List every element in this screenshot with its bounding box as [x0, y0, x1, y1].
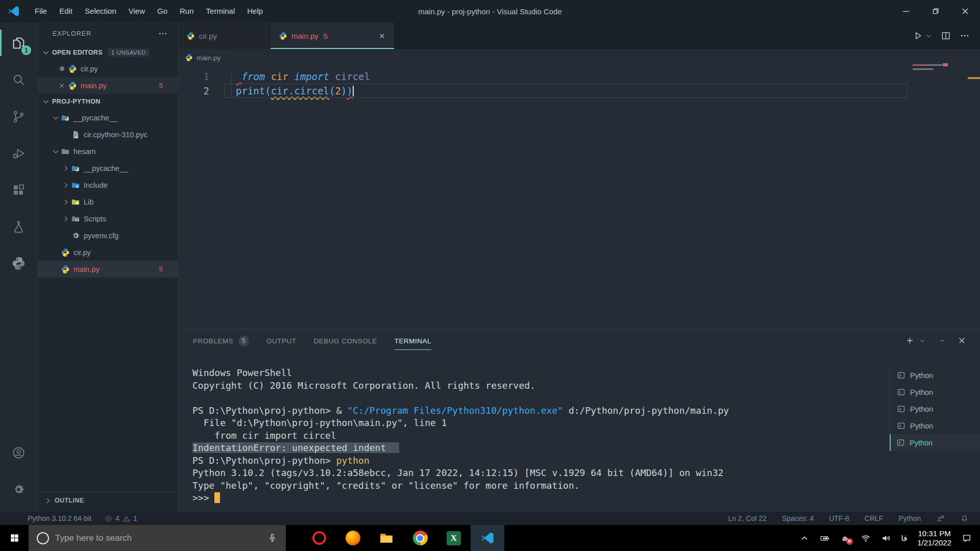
taskbar-app-excel[interactable]: X	[437, 525, 471, 551]
status-item-python[interactable]: Python	[898, 514, 921, 522]
tree-item-pyvenv-cfg[interactable]: pyvenv.cfg	[37, 227, 178, 244]
vscode-icon	[480, 531, 495, 545]
chevron-down-icon	[41, 48, 51, 57]
code-editor[interactable]: 1 from cir import circel2print(cir.circe…	[178, 69, 980, 98]
menu-run[interactable]: Run	[174, 0, 200, 22]
volume-icon[interactable]	[881, 533, 891, 543]
panel-tab-terminal[interactable]: TERMINAL	[395, 330, 431, 352]
status-item-spaces-4[interactable]: Spaces: 4	[782, 514, 814, 522]
panel-tab-output[interactable]: OUTPUT	[266, 330, 297, 352]
taskbar-app-chrome[interactable]	[403, 525, 437, 551]
activity-extensions[interactable]	[0, 173, 37, 206]
split-editor-icon[interactable]	[941, 31, 951, 41]
breadcrumb[interactable]: main.py	[178, 49, 980, 66]
terminal-instance[interactable]: Python	[890, 384, 980, 400]
maximize-panel-icon[interactable]	[939, 338, 945, 344]
start-button[interactable]	[0, 525, 29, 551]
activity-run-debug[interactable]	[0, 137, 37, 169]
tree-item-cir-py[interactable]: cir.py	[37, 244, 178, 261]
tab-main-py[interactable]: main.py 5	[271, 22, 394, 49]
close-panel-icon[interactable]	[957, 336, 967, 345]
explorer-sidebar: EXPLORER OPEN EDITORS 1 UNSAVED cir.py m…	[37, 22, 179, 512]
run-icon[interactable]	[913, 31, 923, 41]
activity-explorer[interactable]: 1	[0, 27, 37, 59]
python-file-icon	[186, 32, 195, 40]
menu-selection[interactable]: Selection	[79, 0, 122, 22]
minimize-button[interactable]	[891, 0, 921, 22]
activity-source-control[interactable]	[0, 100, 37, 133]
wifi-icon[interactable]	[861, 533, 871, 543]
terminal-instance[interactable]: Python	[890, 434, 980, 451]
menu-file[interactable]: File	[29, 0, 53, 22]
close-button[interactable]	[950, 0, 980, 22]
terminal-instance[interactable]: Python	[890, 367, 980, 384]
restore-button[interactable]	[921, 0, 950, 22]
activity-account[interactable]	[0, 436, 37, 469]
chrome-icon	[413, 531, 428, 545]
menu-terminal[interactable]: Terminal	[200, 0, 241, 22]
outline-section-header[interactable]: OUTLINE	[37, 492, 178, 509]
python-interpreter-status[interactable]: Python 3.10.2 64-bit	[28, 514, 91, 522]
onedrive-icon[interactable]: ✕	[840, 533, 850, 543]
taskbar-search[interactable]: Type here to search	[29, 525, 286, 551]
tree-item--pycache-[interactable]: __pycache__	[37, 160, 178, 177]
tray-chevron-up-icon[interactable]	[799, 533, 810, 543]
menu-edit[interactable]: Edit	[53, 0, 79, 22]
tab-cir-py[interactable]: cir.py	[178, 22, 271, 49]
tree-item-scripts[interactable]: Scripts	[37, 210, 178, 227]
action-center-icon[interactable]	[962, 533, 972, 543]
activity-search[interactable]	[0, 63, 37, 96]
taskbar-app-vscode[interactable]	[471, 525, 504, 551]
more-actions-icon[interactable]	[158, 29, 168, 39]
tree-item-include[interactable]: Include	[37, 177, 178, 193]
terminal-instance[interactable]: Python	[890, 417, 980, 434]
menu-help[interactable]: Help	[241, 0, 269, 22]
tree-item-hesam[interactable]: hesam	[37, 143, 178, 160]
modified-dot-icon[interactable]	[56, 66, 68, 71]
menu-go[interactable]: Go	[151, 0, 174, 22]
open-editor-main-py[interactable]: main.py 5	[37, 77, 178, 94]
python-file-icon	[279, 32, 287, 40]
panel-tab-problems[interactable]: PROBLEMS5	[193, 330, 249, 352]
code-text: from cir import circel	[236, 69, 370, 84]
activity-python[interactable]	[0, 247, 37, 280]
code-line-1[interactable]: 1 from cir import circel	[178, 69, 980, 84]
taskbar-app-file-explorer[interactable]	[370, 525, 403, 551]
terminal-icon	[897, 388, 905, 396]
microphone-icon[interactable]	[267, 533, 278, 543]
feedback-icon[interactable]	[936, 514, 945, 523]
activity-settings[interactable]	[0, 473, 37, 506]
open-editors-header[interactable]: OPEN EDITORS 1 UNSAVED	[37, 45, 178, 60]
run-dropdown-chevron-icon[interactable]	[925, 33, 932, 39]
taskbar-app-opera[interactable]	[302, 525, 336, 551]
overview-ruler-marker	[968, 77, 980, 79]
panel-tab-debug-console[interactable]: DEBUG CONSOLE	[314, 330, 377, 352]
status-item-ln-2-col-22[interactable]: Ln 2, Col 22	[728, 514, 767, 522]
tree-item-cir-cpython-310-pyc[interactable]: cir.cpython-310.pyc	[37, 126, 178, 143]
tree-item--pycache-[interactable]: __pycache__	[37, 109, 178, 126]
problems-status[interactable]: 4 1	[105, 514, 137, 522]
error-icon	[105, 515, 112, 522]
tree-item-main-py[interactable]: main.py5	[37, 261, 178, 278]
status-item-utf-8[interactable]: UTF-8	[829, 514, 849, 522]
more-actions-icon[interactable]	[960, 31, 970, 41]
menu-view[interactable]: View	[122, 0, 151, 22]
tree-item-lib[interactable]: Lib	[37, 193, 178, 210]
terminal-dropdown-chevron-icon[interactable]	[919, 338, 925, 344]
language-indicator[interactable]: فا	[901, 534, 908, 543]
bell-icon[interactable]	[960, 514, 969, 523]
terminal-instance[interactable]: Python	[890, 400, 980, 417]
open-editor-cir-py[interactable]: cir.py	[37, 60, 178, 77]
file-tree: __pycache__cir.cpython-310.pychesam__pyc…	[37, 109, 178, 278]
battery-icon[interactable]	[820, 533, 830, 543]
activity-testing[interactable]	[0, 210, 37, 243]
project-section-header[interactable]: PROJ-PYTHON	[37, 94, 178, 109]
close-icon[interactable]	[56, 82, 68, 89]
terminal-output[interactable]: Windows PowerShellCopyright (C) 2016 Mic…	[192, 367, 729, 505]
taskbar-clock[interactable]: 10:31 PM 1/21/2022	[917, 529, 951, 547]
close-tab-icon[interactable]	[378, 32, 386, 40]
new-terminal-icon[interactable]	[905, 336, 915, 345]
taskbar-app-firefox[interactable]	[336, 525, 370, 551]
status-item-crlf[interactable]: CRLF	[865, 514, 884, 522]
code-line-2[interactable]: 2print(cir.circel(2))	[178, 84, 980, 98]
